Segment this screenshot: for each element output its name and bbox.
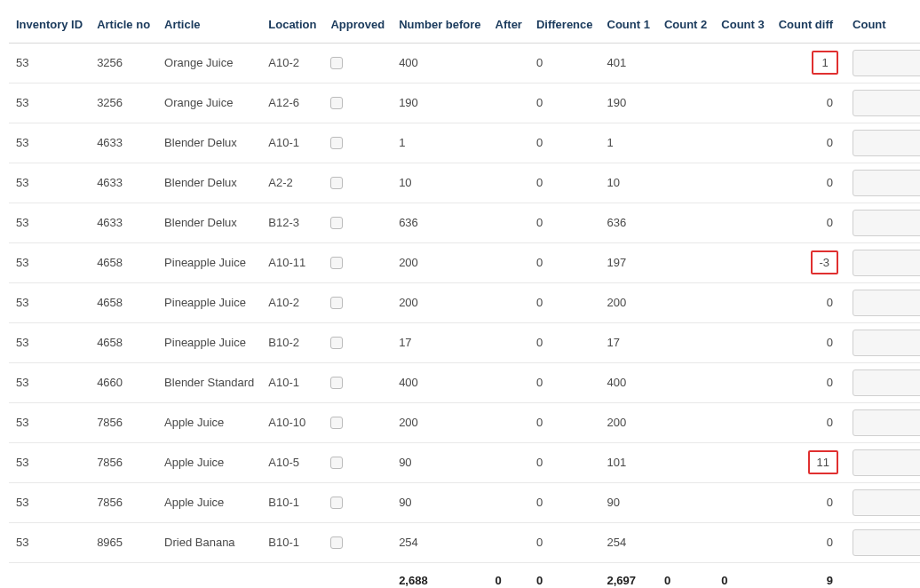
- header-after[interactable]: After: [488, 9, 529, 43]
- difference: 0: [529, 163, 600, 203]
- approved-checkbox[interactable]: [330, 97, 343, 109]
- article-name: Apple Juice: [157, 442, 261, 482]
- table-row: 538965Dried BananaB10-125402540: [9, 522, 920, 562]
- inventory-id: 53: [9, 163, 90, 203]
- count-input[interactable]: [853, 409, 920, 436]
- count-diff-value: 0: [827, 416, 833, 429]
- header-count3[interactable]: Count 3: [714, 9, 771, 43]
- count-input[interactable]: [853, 90, 920, 116]
- count-input[interactable]: [853, 369, 920, 396]
- approved-checkbox[interactable]: [330, 297, 343, 309]
- approved-checkbox[interactable]: [330, 377, 343, 389]
- approved-checkbox[interactable]: [330, 337, 343, 349]
- count2: [657, 163, 714, 203]
- after: [488, 282, 529, 322]
- header-count2[interactable]: Count 2: [657, 9, 714, 43]
- inventory-id: 53: [9, 482, 90, 522]
- approved-checkbox[interactable]: [330, 217, 343, 229]
- article-name: Pineapple Juice: [157, 282, 261, 322]
- count-input[interactable]: [853, 50, 920, 76]
- number-before: 90: [392, 442, 488, 482]
- table-row: 533256Orange JuiceA10-240004011: [9, 43, 920, 83]
- totals-row: 2,688 0 0 2,697 0 0 9: [9, 562, 920, 588]
- article-name: Dried Banana: [157, 522, 261, 562]
- approved-checkbox[interactable]: [330, 417, 343, 429]
- count3: [714, 522, 771, 562]
- header-count1[interactable]: Count 1: [600, 9, 657, 43]
- count2: [657, 442, 714, 482]
- article-no: 4660: [90, 362, 157, 402]
- header-count[interactable]: Count: [845, 9, 920, 43]
- article-no: 4658: [90, 242, 157, 282]
- count1: 400: [600, 362, 657, 402]
- count-input[interactable]: [853, 170, 920, 196]
- count3: [714, 83, 771, 123]
- header-article-no[interactable]: Article no: [90, 9, 157, 43]
- count1: 17: [600, 322, 657, 362]
- count-input[interactable]: [853, 489, 920, 516]
- count-input[interactable]: [853, 210, 920, 236]
- article-no: 7856: [90, 442, 157, 482]
- after: [488, 163, 529, 203]
- after: [488, 43, 529, 83]
- count2: [657, 362, 714, 402]
- difference: 0: [529, 282, 600, 322]
- count-diff-value: 0: [827, 216, 833, 229]
- approved-checkbox[interactable]: [330, 177, 343, 189]
- count-input[interactable]: [853, 449, 920, 476]
- article-no: 4658: [90, 282, 157, 322]
- count-input[interactable]: [853, 330, 920, 356]
- number-before: 200: [392, 282, 488, 322]
- location: A10-10: [261, 402, 323, 442]
- after: [488, 362, 529, 402]
- count-input[interactable]: [853, 290, 920, 316]
- approved-checkbox[interactable]: [330, 57, 343, 69]
- number-before: 400: [392, 362, 488, 402]
- table-row: 534658Pineapple JuiceA10-112000197-3: [9, 242, 920, 282]
- table-row: 533256Orange JuiceA12-619001900: [9, 83, 920, 123]
- count3: [714, 123, 771, 163]
- count-diff-highlight: 1: [812, 51, 838, 75]
- after: [488, 442, 529, 482]
- header-location[interactable]: Location: [261, 9, 323, 43]
- header-number-before[interactable]: Number before: [392, 9, 488, 43]
- article-name: Orange Juice: [157, 83, 261, 123]
- count-diff-value: 0: [827, 296, 833, 309]
- location: B10-2: [261, 322, 323, 362]
- number-before: 10: [392, 163, 488, 203]
- count-input[interactable]: [853, 529, 920, 556]
- table-row: 537856Apple JuiceB10-1900900: [9, 482, 920, 522]
- total-count-diff: 9: [772, 562, 845, 588]
- difference: 0: [529, 83, 600, 123]
- approved-checkbox[interactable]: [330, 257, 343, 269]
- approved-checkbox[interactable]: [330, 137, 343, 149]
- difference: 0: [529, 203, 600, 242]
- approved-checkbox[interactable]: [330, 457, 343, 469]
- location: B12-3: [261, 203, 323, 242]
- header-count-diff[interactable]: Count diff: [772, 9, 845, 43]
- table-row: 534633Blender DeluxA10-11010: [9, 123, 920, 163]
- count-input[interactable]: [853, 130, 920, 156]
- header-inventory-id[interactable]: Inventory ID: [9, 9, 90, 43]
- header-difference[interactable]: Difference: [529, 9, 600, 43]
- header-article[interactable]: Article: [157, 9, 261, 43]
- article-name: Pineapple Juice: [157, 242, 261, 282]
- count3: [714, 43, 771, 83]
- count2: [657, 123, 714, 163]
- location: A10-1: [261, 362, 323, 402]
- count-input[interactable]: [853, 250, 920, 276]
- number-before: 254: [392, 522, 488, 562]
- header-approved[interactable]: Approved: [323, 9, 392, 43]
- inventory-id: 53: [9, 203, 90, 242]
- table-row: 534633Blender DeluxA2-2100100: [9, 163, 920, 203]
- location: B10-1: [261, 482, 323, 522]
- inventory-id: 53: [9, 442, 90, 482]
- approved-checkbox[interactable]: [330, 497, 343, 509]
- location: A10-2: [261, 43, 323, 83]
- count2: [657, 322, 714, 362]
- table-row: 537856Apple JuiceA10-1020002000: [9, 402, 920, 442]
- location: A10-5: [261, 442, 323, 482]
- count1: 401: [600, 43, 657, 83]
- count-diff-value: 0: [827, 496, 833, 509]
- approved-checkbox[interactable]: [330, 536, 343, 549]
